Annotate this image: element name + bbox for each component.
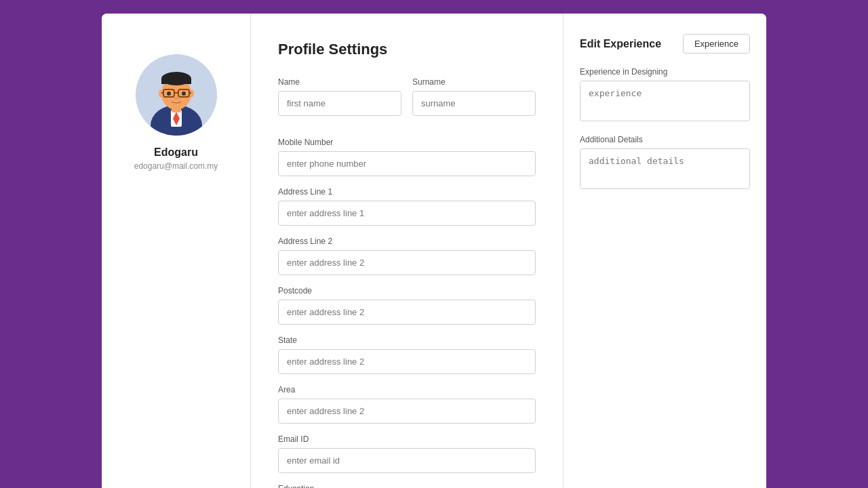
mobile-group: Mobile Number (278, 138, 536, 176)
svg-point-17 (167, 92, 171, 96)
user-email: edogaru@mail.com.my (134, 161, 218, 171)
experience-header: Edit Experience Experience (580, 34, 750, 54)
svg-point-19 (174, 97, 178, 100)
details-textarea[interactable] (580, 148, 750, 189)
experience-button[interactable]: Experience (683, 34, 750, 54)
designing-label: Experience in Designing (580, 67, 750, 77)
area-input[interactable] (278, 399, 536, 424)
page-title: Profile Settings (278, 41, 536, 58)
main-container: Edogaru edogaru@mail.com.my Profile Sett… (102, 14, 766, 488)
avatar (136, 54, 217, 136)
name-label: Name (278, 77, 401, 87)
email-group: Email ID (278, 434, 536, 473)
first-name-input[interactable] (278, 91, 401, 116)
surname-label: Surname (412, 77, 536, 87)
surname-group: Surname (412, 77, 536, 116)
mobile-label: Mobile Number (278, 138, 536, 147)
education-label: Education (278, 484, 536, 488)
address2-input[interactable] (278, 250, 536, 275)
experience-title: Edit Experience (580, 38, 661, 50)
email-label: Email ID (278, 434, 536, 444)
name-group: Name (278, 77, 401, 116)
name-surname-row: Name Surname (278, 77, 536, 127)
sidebar: Edogaru edogaru@mail.com.my (102, 14, 251, 488)
svg-point-18 (182, 92, 186, 96)
address1-input[interactable] (278, 201, 536, 226)
postcode-input[interactable] (278, 300, 536, 325)
state-group: State (278, 336, 536, 374)
postcode-group: Postcode (278, 286, 536, 325)
details-label: Additional Details (580, 135, 750, 144)
address1-group: Address Line 1 (278, 187, 536, 226)
education-group: Education (278, 484, 536, 488)
state-label: State (278, 336, 536, 345)
address1-label: Address Line 1 (278, 187, 536, 197)
address2-group: Address Line 2 (278, 237, 536, 275)
designing-textarea[interactable] (580, 81, 750, 121)
area-label: Area (278, 385, 536, 394)
experience-section: Edit Experience Experience Experience in… (563, 14, 766, 488)
form-section: Profile Settings Name Surname Mobile Num… (251, 14, 563, 488)
mobile-input[interactable] (278, 151, 536, 176)
surname-input[interactable] (412, 91, 536, 116)
postcode-label: Postcode (278, 286, 536, 296)
state-input[interactable] (278, 349, 536, 374)
email-input[interactable] (278, 448, 536, 473)
area-group: Area (278, 385, 536, 424)
address2-label: Address Line 2 (278, 237, 536, 246)
user-name: Edogaru (154, 146, 198, 159)
